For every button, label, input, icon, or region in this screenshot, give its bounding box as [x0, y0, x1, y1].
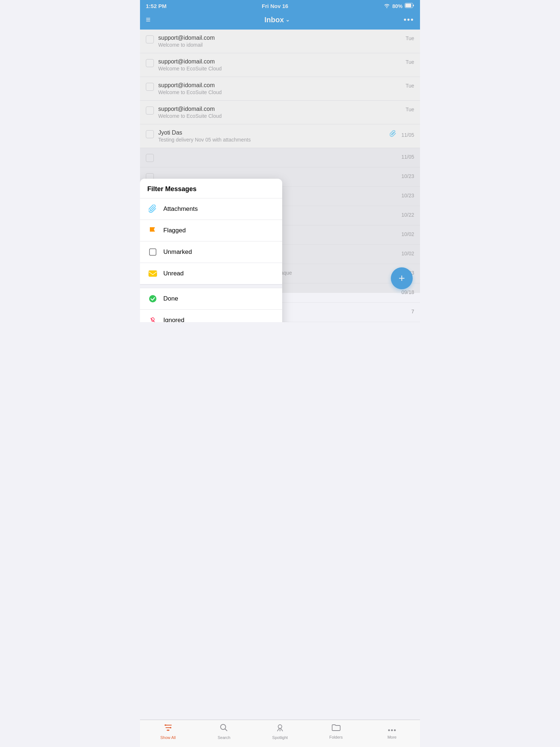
- unmarked-icon: [147, 247, 158, 258]
- filter-item-unmarked[interactable]: Unmarked: [140, 241, 282, 263]
- filter-item-label-done: Done: [163, 295, 178, 302]
- done-icon: [147, 293, 158, 304]
- unread-icon: [147, 268, 158, 279]
- filter-header: Filter Messages: [140, 179, 282, 198]
- filter-item-unread[interactable]: Unread: [140, 263, 282, 285]
- filter-messages-panel: Filter Messages AttachmentsFlaggedUnmark…: [140, 179, 282, 322]
- filter-item-done[interactable]: Done: [140, 288, 282, 310]
- svg-rect-3: [149, 271, 157, 276]
- filter-item-ignored[interactable]: Ignored: [140, 310, 282, 322]
- filter-items-container: AttachmentsFlaggedUnmarkedUnreadDoneIgno…: [140, 198, 282, 322]
- filter-item-label-unmarked: Unmarked: [163, 248, 192, 256]
- filter-item-label-attachments: Attachments: [163, 205, 198, 213]
- email-date: 7: [411, 309, 414, 314]
- svg-point-4: [149, 295, 156, 302]
- filter-item-label-unread: Unread: [163, 270, 184, 277]
- flagged-icon: [147, 225, 158, 236]
- filter-item-flagged[interactable]: Flagged: [140, 220, 282, 241]
- filter-item-attachments[interactable]: Attachments: [140, 198, 282, 220]
- filter-item-label-flagged: Flagged: [163, 227, 186, 234]
- attachments-icon: [147, 204, 158, 214]
- svg-rect-2: [149, 249, 156, 255]
- filter-item-label-ignored: Ignored: [163, 317, 184, 322]
- ignored-icon: [147, 315, 158, 322]
- filter-title: Filter Messages: [147, 185, 275, 193]
- email-meta-right: 7: [408, 308, 414, 314]
- filter-section-divider-1: [140, 285, 282, 288]
